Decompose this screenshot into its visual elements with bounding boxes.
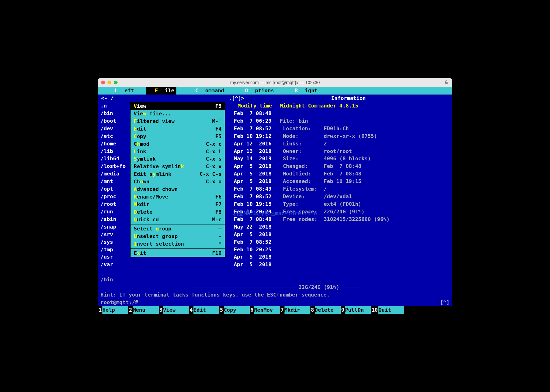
fkey-copy[interactable]: 5Copy <box>219 306 250 314</box>
fkey-delete[interactable]: 8Delete <box>310 306 341 314</box>
list-item[interactable]: /var <box>101 261 128 268</box>
menu-item[interactable]: LinkC-x l <box>131 148 225 156</box>
list-item[interactable]: /usr <box>101 253 128 261</box>
list-item[interactable]: /srv <box>101 231 128 238</box>
list-item[interactable]: /snap <box>101 223 128 231</box>
fkey-renmov[interactable]: 6RenMov <box>250 306 280 314</box>
terminal-window: my.server.com — mc [root@mqtt]:/ — 102x3… <box>98 78 452 314</box>
menu-eft[interactable]: Left <box>101 87 141 95</box>
menu-item[interactable]: DeleteF8 <box>131 208 225 216</box>
mtime-cell: Feb 7 06:29 <box>226 117 273 125</box>
menu-item[interactable]: View file... <box>131 110 225 118</box>
menu-item[interactable]: ChmodC-x c <box>131 140 225 148</box>
info-panel-title: Information <box>331 95 366 101</box>
mtime-cell: Apr 5 2018 <box>226 178 273 185</box>
fkey-view[interactable]: 3View <box>159 306 189 314</box>
panels: 精品Mac软件尽在macstore.info .n /bin/boot/dev/… <box>98 102 452 268</box>
menu-item[interactable]: Rename/MoveF6 <box>131 193 225 201</box>
selected-path: /bin <box>98 276 452 284</box>
info-row: Device: /dev/vda1 <box>280 193 449 200</box>
menu-item[interactable]: Select group+ <box>131 225 225 233</box>
menu-item[interactable]: Advanced chown <box>131 186 225 193</box>
menu-item[interactable]: CopyF5 <box>131 133 225 140</box>
left-panel[interactable]: .n /bin/boot/dev/etc/home/lib/lib64/lost… <box>98 102 128 268</box>
fkey-mkdir[interactable]: 7Mkdir <box>280 306 310 314</box>
mtime-cell: Apr 5 2018 <box>226 162 273 170</box>
menu-item[interactable]: EditF4 <box>131 125 225 133</box>
fkey-help[interactable]: 1Help <box>98 306 128 314</box>
mtime-cell: Feb 10 19:13 <box>226 200 273 208</box>
menubar[interactable]: LeftFileCommandOptionsRight <box>98 87 452 95</box>
info-row: Changed: Feb 7 08:48 <box>280 162 449 170</box>
list-item[interactable]: /run <box>101 208 128 216</box>
mtime-cell: May 14 2019 <box>226 155 273 162</box>
info-panel: Midnight Commander 4.8.15 File: bin Loca… <box>273 102 452 268</box>
mtime-cell: Apr 5 2018 <box>226 231 273 238</box>
menu-ptions[interactable]: Options <box>231 87 281 95</box>
list-item[interactable]: /lib64 <box>101 155 128 162</box>
terminal-body: LeftFileCommandOptionsRight <- / .[^]> ─… <box>98 87 452 314</box>
menu-item[interactable]: Filtered viewM-! <box>131 118 225 125</box>
fkey-pulldn[interactable]: 9PullDn <box>341 306 371 314</box>
info-row: Links: 2 <box>280 140 449 148</box>
menu-item[interactable]: ExitF10 <box>131 249 225 257</box>
mtime-cell: Apr 5 2018 <box>226 261 273 268</box>
list-item[interactable]: /home <box>101 140 128 148</box>
file-menu-dropdown[interactable]: ViewF3View file...Filtered viewM-!EditF4… <box>130 102 225 257</box>
fkey-edit[interactable]: 4Edit <box>189 306 219 314</box>
list-item[interactable]: /media <box>101 170 128 178</box>
list-item[interactable]: /mnt <box>101 178 128 185</box>
info-row: Free nodes: 3102415/3225600 (96%) <box>280 216 449 223</box>
mtime-cell: Apr 13 2018 <box>226 148 273 155</box>
info-row: Filesystem: / <box>280 185 449 193</box>
mtime-cell: Apr 5 2018 <box>226 170 273 178</box>
info-row: Mode: drwxr-xr-x (0755) <box>280 132 449 140</box>
info-row: Modified: Feb 7 08:48 <box>280 170 449 178</box>
list-item[interactable]: /etc <box>101 132 128 140</box>
menu-item[interactable]: MkdirF7 <box>131 201 225 208</box>
menu-item[interactable]: ViewF3 <box>131 102 225 110</box>
menu-item[interactable]: Invert selection* <box>131 240 225 248</box>
list-item[interactable]: /sys <box>101 238 128 246</box>
menu-item[interactable]: SymlinkC-x s <box>131 155 225 163</box>
list-item[interactable]: /boot <box>101 117 128 125</box>
menu-item[interactable]: Unselect group- <box>131 233 225 240</box>
panel-header-row: <- / .[^]> ──────────────── Information … <box>98 95 452 102</box>
menu-item[interactable]: Relative symlinkC-x v <box>131 163 225 170</box>
list-item[interactable]: /sbin <box>101 216 128 223</box>
menu-ight[interactable]: Right <box>281 87 325 95</box>
list-item[interactable]: /root <box>101 200 128 208</box>
mtime-cell: Apr 12 2016 <box>226 140 273 148</box>
breadcrumb-right: .[^]> <box>129 95 246 102</box>
function-key-bar[interactable]: 1Help2Menu3View4Edit5Copy6RenMov7Mkdir8D… <box>98 306 452 314</box>
mtime-cell: May 22 2018 <box>226 223 273 231</box>
column-header-name: .n <box>101 102 128 110</box>
info-row: Accessed: Feb 10 19:15 <box>280 178 449 185</box>
hint-text: Hint: If your terminal lacks functions k… <box>98 291 452 299</box>
mtime-cell: Feb 10 19:12 <box>226 132 273 140</box>
menu-item[interactable]: ChownC-x o <box>131 178 225 186</box>
list-item[interactable]: /lib <box>101 148 128 155</box>
info-row: Location: FD01h:Ch <box>280 125 449 132</box>
info-row: Owner: root/root <box>280 148 449 155</box>
list-item[interactable]: /bin <box>101 110 128 117</box>
app-name: Midnight Commander 4.8.15 <box>280 102 449 110</box>
fkey-menu[interactable]: 2Menu <box>128 306 159 314</box>
list-item[interactable]: /lost+fo <box>101 162 128 170</box>
list-item[interactable]: /tmp <box>101 246 128 254</box>
window-titlebar: my.server.com — mc [root@mqtt]:/ — 102x3… <box>98 78 452 87</box>
list-item[interactable]: /opt <box>101 185 128 193</box>
mtime-cell: Feb 7 08:48 <box>226 110 273 117</box>
fkey-quit[interactable]: 10Quit <box>371 306 404 314</box>
info-row: Type: ext4 (FD01h) <box>280 200 449 208</box>
list-item[interactable]: /proc <box>101 193 128 200</box>
shell-prompt[interactable]: root@mqtt:/#[^] <box>98 299 452 306</box>
mtime-cell: Feb 7 08:52 <box>226 193 273 200</box>
menu-ile[interactable]: File <box>146 87 176 95</box>
modify-time-column: Modify time Feb 7 08:48Feb 7 06:29Feb 7 … <box>226 102 273 268</box>
menu-item[interactable]: Quick cdM-c <box>131 216 225 224</box>
info-row: Size: 4096 (8 blocks) <box>280 155 449 162</box>
menu-item[interactable]: Edit symlinkC-x C-s <box>131 170 225 178</box>
list-item[interactable]: /dev <box>101 125 128 132</box>
menu-ommand[interactable]: Command <box>181 87 231 95</box>
